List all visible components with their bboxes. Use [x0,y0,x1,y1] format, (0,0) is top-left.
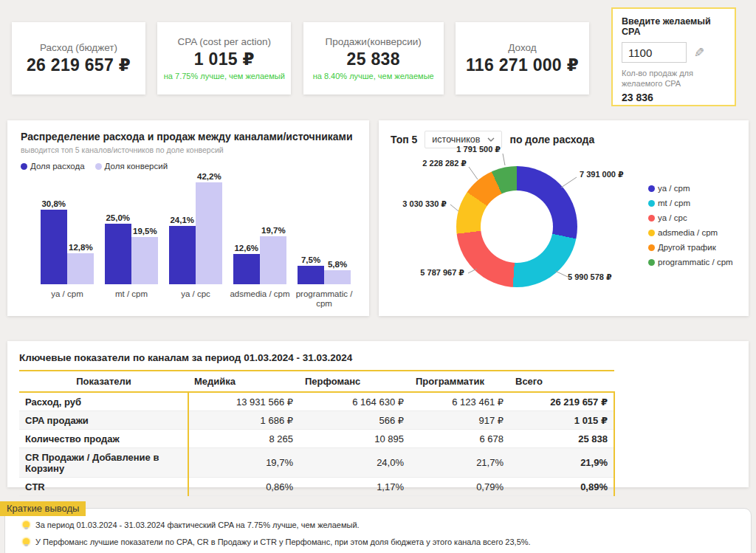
table-cell: 24,0% [299,448,410,478]
bar[interactable] [131,237,158,284]
lightbulb-icon [23,538,30,545]
kpi-table-header-row: ПоказателиМедийкаПерфомансПрограмматикВс… [19,371,614,392]
legend-item[interactable]: programmatic / cpm [648,258,733,267]
kpi-card-cpa: CPA (cost per action) 1 015 ₽ на 7.75% л… [157,22,291,95]
table-row-name: Расход, руб [19,392,188,411]
table-column-header: Перфоманс [299,371,410,392]
desired-cpa-title: Введите желаемый CPA [622,16,726,37]
legend-dot-icon [648,244,655,251]
conclusion-item: У Перфоманс лучшие показатели по CPA, CR… [23,537,733,546]
donut-callout-label: 7 391 000 ₽ [580,170,624,179]
bar-category-label: mt / cpm [96,289,166,299]
kpi-note: на 8.40% лучше, чем желаемые [313,72,434,80]
table-cell: 917 ₽ [410,411,509,430]
kpi-value: 116 271 000 ₽ [466,55,579,75]
donut-legend: ya / cpmmt / cpmya / cpcadsmedia / cpmДр… [648,184,733,267]
table-cell: 0,89% [509,478,614,496]
bar[interactable] [233,254,260,284]
bar-column: 25,0% [104,213,131,284]
table-cell: 6 164 630 ₽ [299,392,410,411]
kpi-value: 25 838 [347,49,400,69]
kpi-table: ПоказателиМедийкаПерфомансПрограмматикВс… [19,370,615,496]
kpi-table-panel: Ключевые показатели по каналам за период… [7,341,749,487]
conclusions-label: Краткие выводы [0,501,86,516]
legend-label: mt / cpm [658,199,690,207]
table-cell: 25 838 [509,430,614,448]
table-cell: 1 686 ₽ [188,411,299,430]
legend-dot-icon [21,163,27,170]
bar-column: 12,6% [233,244,260,284]
legend-dot-icon [648,259,655,266]
bar-value-label: 19,5% [131,227,159,236]
legend-item[interactable]: Другой трафик [648,243,733,252]
kpi-value: 1 015 ₽ [194,49,255,69]
legend-item[interactable]: mt / cpm [648,199,733,207]
kpi-table-title: Ключевые показатели по каналам за период… [19,352,737,363]
kpi-table-body: Расход, руб13 931 566 ₽6 164 630 ₽6 123 … [19,392,614,496]
table-row-name: Количество продаж [19,430,188,448]
donut-panel: Топ 5 источников по доле расхода 7 391 0… [379,120,749,316]
table-column-header: Показатели [19,371,188,392]
table-row: Расход, руб13 931 566 ₽6 164 630 ₽6 123 … [19,392,614,411]
kpi-label: Доход [508,42,536,53]
bar-column: 5,8% [324,260,351,284]
legend-item[interactable]: ya / cpc [648,213,733,222]
conclusions-list: За период 01.03.2024 - 31.03.2024 фактич… [5,509,751,546]
kpi-value: 26 219 657 ₽ [27,55,131,75]
bar-group: 25,0%19,5%mt / cpm [101,169,162,284]
bar-column: 42,2% [196,172,223,284]
bar-value-label: 30,8% [40,199,67,208]
table-cell: 6 123 461 ₽ [410,392,509,411]
legend-label: adsmedia / cpm [658,228,718,237]
desired-cpa-caption: Кол-во продаж для желаемого CPA [622,69,726,89]
bar-column: 19,5% [131,227,159,284]
desired-cpa-input[interactable] [622,42,687,63]
kpi-card-budget: Расход (бюджет) 26 219 657 ₽ [12,22,145,95]
table-cell: 26 219 657 ₽ [509,392,614,411]
table-row-name: CTR [19,478,188,496]
bar-value-label: 24,1% [168,216,196,224]
conclusion-text: За период 01.03.2024 - 31.03.2024 фактич… [35,521,360,529]
table-cell: 21,7% [410,448,509,478]
donut-callout-label: 5 990 578 ₽ [568,272,612,282]
table-cell: 1 015 ₽ [509,411,614,430]
kpi-card-revenue: Доход 116 271 000 ₽ [456,22,589,95]
bar[interactable] [67,253,94,284]
donut-chart-area: 7 391 000 ₽5 990 578 ₽5 787 967 ₽3 030 3… [379,120,749,316]
bar-column: 24,1% [168,216,196,284]
bar-chart: 30,8%12,8%ya / cpm25,0%19,5%mt / cpm24,1… [37,169,354,284]
table-column-header: Программатик [410,371,509,392]
conclusions-panel: За период 01.03.2024 - 31.03.2024 фактич… [4,508,752,553]
legend-dot-icon [648,185,655,192]
pencil-icon[interactable]: ✎ [694,47,704,59]
legend-label: ya / cpm [658,184,690,193]
bar-column: 7,5% [298,255,324,284]
donut-callout-label: 1 791 500 ₽ [456,145,501,154]
legend-item[interactable]: ya / cpm [648,184,733,193]
donut-chart [456,166,577,287]
kpi-card-sales: Продажи(конверсии) 25 838 на 8.40% лучше… [303,22,444,95]
legend-item[interactable]: adsmedia / cpm [648,228,733,237]
legend-dot-icon [648,215,655,221]
bar-value-label: 7,5% [300,255,322,264]
table-row: CR Продажи / Добавление в Корзину19,7%24… [19,448,614,478]
table-cell: 13 931 566 ₽ [188,392,299,411]
legend-label: Другой трафик [658,243,716,252]
bar-column: 19,7% [260,226,287,284]
bar-group: 24,1%42,2%ya / cpc [165,169,226,284]
bar[interactable] [169,226,196,284]
bar[interactable] [196,182,222,284]
bar[interactable] [298,266,324,284]
bar[interactable] [260,236,286,284]
lightbulb-icon [23,521,30,528]
table-row-name: CPA продажи [19,411,188,430]
bar[interactable] [105,224,131,284]
table-row: CPA продажи1 686 ₽566 ₽917 ₽1 015 ₽ [19,411,614,430]
bar-column: 12,8% [67,243,94,284]
kpi-label: Продажи(конверсии) [326,36,422,47]
bar[interactable] [41,210,67,284]
table-row: CTR0,86%1,17%0,79%0,89% [19,478,614,496]
bar-chart-title: Распределение расхода и продаж между кан… [21,131,356,142]
bar[interactable] [324,270,351,284]
table-cell: 566 ₽ [299,411,410,430]
